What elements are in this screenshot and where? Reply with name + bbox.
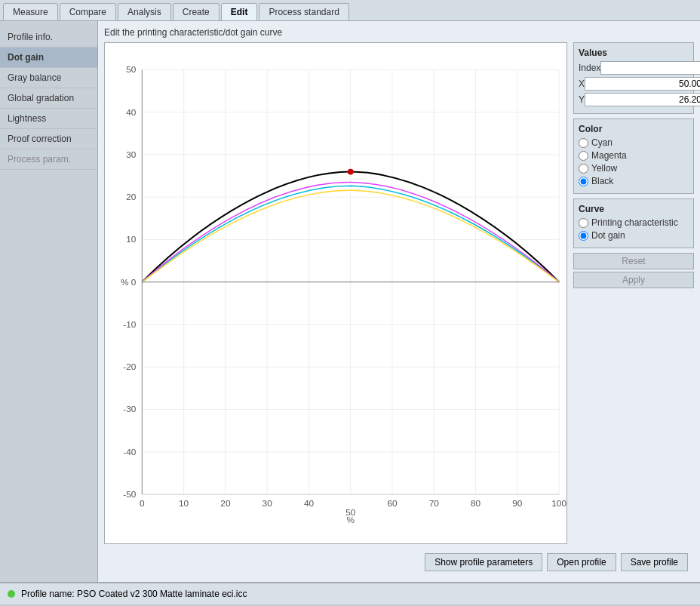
svg-text:20: 20 bbox=[126, 192, 137, 202]
color-magenta-label: Magenta bbox=[591, 150, 627, 161]
main-container: Profile info. Dot gain Gray balance Glob… bbox=[0, 21, 700, 582]
color-yellow-radio[interactable] bbox=[579, 164, 588, 174]
svg-text:-30: -30 bbox=[123, 404, 137, 414]
sidebar-item-global-gradation[interactable]: Global gradation bbox=[0, 88, 97, 109]
chart-title: Edit the printing characteristic/dot gai… bbox=[104, 27, 694, 38]
svg-text:30: 30 bbox=[126, 149, 137, 160]
tab-process-standard[interactable]: Process standard bbox=[259, 3, 348, 20]
dot-gain-chart: 50 40 30 20 10 % 0 -10 -20 -30 -40 -50 0… bbox=[105, 43, 566, 543]
color-yellow-row: Yellow bbox=[579, 163, 689, 174]
color-section: Color Cyan Magenta Yellow bbox=[573, 118, 694, 194]
svg-point-45 bbox=[348, 169, 354, 175]
svg-text:90: 90 bbox=[512, 498, 523, 509]
status-text: Profile name: PSO Coated v2 300 Matte la… bbox=[21, 589, 247, 599]
svg-text:40: 40 bbox=[126, 107, 137, 118]
svg-text:100: 100 bbox=[551, 498, 566, 509]
index-input[interactable] bbox=[600, 61, 700, 75]
color-label: Color bbox=[579, 124, 689, 134]
tab-edit[interactable]: Edit bbox=[221, 3, 258, 20]
action-buttons: Reset Apply bbox=[573, 253, 694, 291]
svg-text:70: 70 bbox=[429, 498, 440, 509]
sidebar-item-lightness[interactable]: Lightness bbox=[0, 109, 97, 129]
svg-text:80: 80 bbox=[471, 498, 481, 509]
status-bar: Profile name: PSO Coated v2 300 Matte la… bbox=[0, 582, 700, 604]
chart-container: 50 40 30 20 10 % 0 -10 -20 -30 -40 -50 0… bbox=[104, 42, 567, 544]
svg-text:10: 10 bbox=[126, 234, 137, 245]
save-profile-button[interactable]: Save profile bbox=[621, 553, 688, 571]
tab-create[interactable]: Create bbox=[173, 3, 220, 20]
svg-text:60: 60 bbox=[387, 498, 398, 509]
svg-text:40: 40 bbox=[304, 498, 315, 509]
curve-printing-label: Printing characteristic bbox=[591, 217, 678, 228]
color-magenta-row: Magenta bbox=[579, 150, 689, 161]
svg-text:-40: -40 bbox=[123, 447, 137, 457]
right-panel: Values Index X Y Colo bbox=[573, 42, 694, 544]
color-yellow-label: Yellow bbox=[591, 163, 617, 174]
sidebar-item-proof-correction[interactable]: Proof correction bbox=[0, 129, 97, 149]
tab-compare[interactable]: Compare bbox=[60, 3, 116, 20]
svg-text:-20: -20 bbox=[123, 361, 137, 372]
color-black-row: Black bbox=[579, 176, 689, 186]
curve-dotgain-row: Dot gain bbox=[579, 230, 689, 241]
svg-text:0: 0 bbox=[140, 498, 145, 509]
show-profile-button[interactable]: Show profile parameters bbox=[425, 553, 542, 571]
svg-text:20: 20 bbox=[220, 498, 231, 509]
index-row: Index bbox=[579, 61, 689, 75]
x-input[interactable] bbox=[585, 77, 700, 91]
svg-text:50: 50 bbox=[126, 64, 137, 75]
y-row: Y bbox=[579, 93, 689, 106]
sidebar-item-profile-info[interactable]: Profile info. bbox=[0, 27, 97, 48]
curve-printing-row: Printing characteristic bbox=[579, 217, 689, 228]
tab-measure[interactable]: Measure bbox=[3, 3, 58, 20]
sidebar-item-gray-balance[interactable]: Gray balance bbox=[0, 68, 97, 88]
y-input[interactable] bbox=[585, 93, 700, 106]
top-tabs: Measure Compare Analysis Create Edit Pro… bbox=[0, 0, 700, 21]
sidebar-item-dot-gain[interactable]: Dot gain bbox=[0, 48, 97, 68]
color-black-label: Black bbox=[591, 176, 613, 186]
chart-and-panel: 50 40 30 20 10 % 0 -10 -20 -30 -40 -50 0… bbox=[104, 42, 694, 544]
curve-dotgain-label: Dot gain bbox=[591, 230, 625, 241]
open-profile-button[interactable]: Open profile bbox=[547, 553, 616, 571]
index-label: Index bbox=[579, 63, 600, 73]
svg-text:-50: -50 bbox=[123, 489, 137, 500]
svg-text:30: 30 bbox=[262, 498, 273, 509]
status-indicator bbox=[8, 590, 15, 598]
svg-text:10: 10 bbox=[179, 498, 189, 509]
curve-printing-radio[interactable] bbox=[579, 218, 588, 228]
tab-analysis[interactable]: Analysis bbox=[118, 3, 171, 20]
values-label: Values bbox=[579, 48, 689, 58]
curve-label: Curve bbox=[579, 204, 689, 214]
y-label: Y bbox=[579, 94, 585, 105]
curve-section: Curve Printing characteristic Dot gain bbox=[573, 198, 694, 248]
sidebar: Profile info. Dot gain Gray balance Glob… bbox=[0, 21, 98, 582]
color-magenta-radio[interactable] bbox=[579, 151, 588, 161]
curve-dotgain-radio[interactable] bbox=[579, 231, 588, 241]
x-row: X bbox=[579, 77, 689, 91]
svg-text:%: % bbox=[346, 515, 355, 525]
sidebar-item-process-param[interactable]: Process param. bbox=[0, 149, 97, 170]
color-cyan-row: Cyan bbox=[579, 137, 689, 148]
bottom-buttons-row: Show profile parameters Open profile Sav… bbox=[104, 549, 694, 576]
color-cyan-label: Cyan bbox=[591, 137, 612, 148]
values-section: Values Index X Y bbox=[573, 42, 694, 114]
apply-button[interactable]: Apply bbox=[573, 272, 694, 288]
svg-text:-10: -10 bbox=[123, 319, 137, 330]
x-label: X bbox=[579, 78, 585, 89]
color-black-radio[interactable] bbox=[579, 177, 588, 186]
reset-button[interactable]: Reset bbox=[573, 253, 694, 269]
content-area: Edit the printing characteristic/dot gai… bbox=[98, 21, 700, 582]
color-cyan-radio[interactable] bbox=[579, 138, 588, 148]
svg-text:% 0: % 0 bbox=[121, 277, 137, 288]
